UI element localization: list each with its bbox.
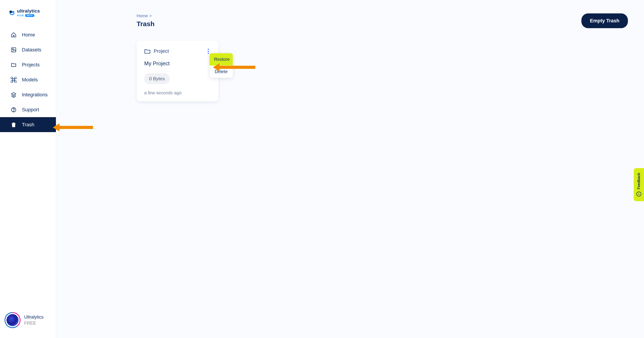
sidebar-item-support[interactable]: Support bbox=[0, 102, 56, 117]
card-type-label: Project bbox=[154, 48, 169, 54]
svg-rect-2 bbox=[12, 48, 16, 52]
sidebar-item-datasets[interactable]: Datasets bbox=[0, 42, 56, 57]
topbar: Home > Trash Empty Trash bbox=[56, 0, 644, 28]
breadcrumb: Home > bbox=[137, 14, 154, 18]
breadcrumb-home[interactable]: Home bbox=[137, 14, 148, 18]
folder-icon bbox=[11, 62, 16, 68]
sidebar-item-label: Support bbox=[22, 107, 39, 113]
sidebar: ultralytics HUB BETA Home Datasets Proje… bbox=[0, 0, 56, 338]
trash-icon bbox=[11, 122, 16, 128]
more-icon[interactable] bbox=[206, 48, 211, 54]
sidebar-item-label: Trash bbox=[22, 122, 34, 128]
page-title: Trash bbox=[137, 20, 154, 28]
content: Project My Project 0 Bytes a few seconds… bbox=[56, 28, 644, 101]
empty-trash-button[interactable]: Empty Trash bbox=[582, 14, 628, 28]
feedback-label: Feedback bbox=[637, 173, 641, 189]
folder-icon bbox=[144, 48, 150, 54]
sidebar-item-label: Home bbox=[22, 32, 35, 38]
card-type: Project bbox=[144, 48, 169, 54]
sidebar-item-integrations[interactable]: Integrations bbox=[0, 87, 56, 102]
trash-card[interactable]: Project My Project 0 Bytes a few seconds… bbox=[137, 41, 218, 101]
annotation-arrow-restore bbox=[213, 63, 255, 71]
sidebar-item-label: Integrations bbox=[22, 92, 48, 98]
svg-point-3 bbox=[12, 48, 14, 50]
logo-mark-icon bbox=[9, 10, 15, 16]
card-title: My Project bbox=[144, 60, 211, 66]
smile-icon: ☺ bbox=[636, 192, 641, 196]
sidebar-footer: Ultralytics FREE bbox=[0, 305, 56, 338]
sidebar-item-label: Models bbox=[22, 77, 38, 83]
command-icon bbox=[11, 77, 16, 83]
nav-list: Home Datasets Projects Models Integratio… bbox=[0, 27, 56, 132]
feedback-button[interactable]: Feedback ☺ bbox=[634, 168, 644, 201]
sidebar-item-home[interactable]: Home bbox=[0, 27, 56, 42]
sidebar-item-models[interactable]: Models bbox=[0, 72, 56, 87]
sidebar-item-label: Datasets bbox=[22, 47, 41, 53]
logo[interactable]: ultralytics HUB BETA bbox=[0, 0, 56, 23]
svg-point-5 bbox=[14, 111, 14, 111]
main: Home > Trash Empty Trash Project My Proj… bbox=[56, 0, 644, 338]
logo-text: ultralytics bbox=[17, 8, 40, 13]
sidebar-item-trash[interactable]: Trash bbox=[0, 117, 56, 132]
beta-badge: BETA bbox=[25, 14, 34, 17]
image-icon bbox=[11, 47, 16, 53]
svg-point-1 bbox=[12, 11, 14, 13]
user-name: Ultralytics bbox=[24, 314, 44, 320]
avatar[interactable] bbox=[4, 312, 20, 328]
home-icon bbox=[11, 32, 16, 38]
svg-point-0 bbox=[10, 10, 12, 13]
sidebar-item-label: Projects bbox=[22, 62, 40, 68]
sidebar-item-projects[interactable]: Projects bbox=[0, 57, 56, 72]
card-size-badge: 0 Bytes bbox=[144, 73, 170, 84]
annotation-arrow-trash bbox=[53, 124, 93, 132]
layers-icon bbox=[11, 92, 16, 98]
logo-hub-label: HUB bbox=[17, 14, 24, 17]
breadcrumb-sep: > bbox=[149, 14, 152, 18]
help-icon bbox=[11, 107, 16, 113]
user-plan: FREE bbox=[24, 320, 44, 326]
card-time: a few seconds ago bbox=[144, 90, 211, 96]
